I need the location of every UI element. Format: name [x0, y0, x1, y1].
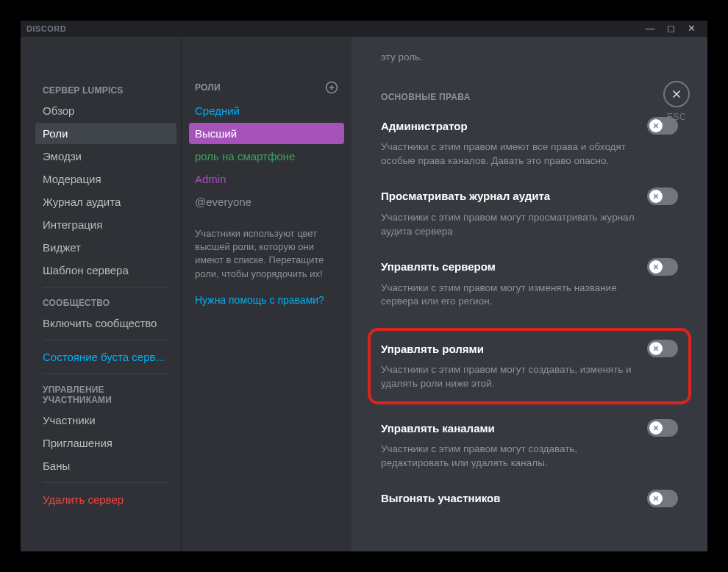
settings-sidebar: СЕРВЕР LUMPICS Обзор Роли Эмодзи Модерац… — [21, 37, 181, 551]
divider — [43, 373, 169, 374]
perm-section-title: ОСНОВНЫЕ ПРАВА — [381, 92, 678, 102]
role-item[interactable]: Средний — [189, 100, 344, 121]
add-role-button[interactable] — [325, 81, 338, 94]
permission-description: Участники с этим правом могут просматрив… — [381, 211, 646, 239]
brand: DISCORD — [26, 24, 66, 33]
nav-members[interactable]: Участники — [35, 410, 176, 431]
x-icon — [649, 342, 663, 355]
close-area: ESC — [663, 81, 690, 122]
content: СЕРВЕР LUMPICS Обзор Роли Эмодзи Модерац… — [21, 37, 707, 551]
permission-toggle[interactable] — [647, 187, 678, 205]
x-icon — [649, 492, 663, 505]
roles-column: РОЛИ СреднийВысшийроль на смартфонеAdmin… — [181, 37, 351, 551]
permission-toggle[interactable] — [647, 258, 678, 276]
members-section-header: УПРАВЛЕНИЕ УЧАСТНИКАМИ — [35, 380, 176, 410]
permission-description: Участники с этим правом имеют все права … — [381, 140, 646, 168]
nav-boost-status[interactable]: Состояние буста серв... — [35, 346, 176, 368]
permission-description: Участники с этим правом могут создавать,… — [381, 363, 646, 391]
community-section-header: СООБЩЕСТВО — [35, 293, 176, 312]
nav-overview[interactable]: Обзор — [35, 100, 176, 121]
titlebar: DISCORD — ◻ ✕ — [21, 21, 707, 37]
divider — [43, 287, 169, 287]
permission-row: Управлять каналамиУчастники с этим право… — [381, 419, 678, 471]
permission-toggle[interactable] — [647, 419, 678, 437]
divider — [43, 340, 169, 340]
permission-toggle[interactable] — [647, 117, 678, 135]
nav-enable-community[interactable]: Включить сообщество — [35, 312, 176, 334]
permission-row: Просматривать журнал аудитаУчастники с э… — [381, 187, 678, 239]
permission-description: Участники с этим правом могут изменять н… — [381, 282, 646, 310]
permission-row: Управлять серверомУчастники с этим право… — [381, 258, 678, 310]
roles-header: РОЛИ — [195, 82, 221, 93]
role-item[interactable]: Высший — [189, 123, 344, 144]
server-section-header: СЕРВЕР LUMPICS — [35, 81, 176, 100]
minimize-button[interactable]: — — [640, 21, 660, 37]
nav-roles[interactable]: Роли — [35, 123, 176, 144]
role-item[interactable]: Admin — [189, 168, 344, 190]
plus-icon — [325, 81, 338, 94]
permission-title: Управлять ролями — [381, 343, 484, 355]
permission-title: Управлять каналами — [381, 422, 495, 435]
x-icon — [649, 119, 663, 132]
permission-title: Просматривать журнал аудита — [381, 190, 550, 202]
close-icon — [671, 88, 682, 100]
permission-toggle[interactable] — [647, 490, 678, 507]
nav-widget[interactable]: Виджет — [35, 237, 176, 258]
nav-moderation[interactable]: Модерация — [35, 168, 176, 190]
nav-bans[interactable]: Баны — [35, 455, 176, 476]
permission-title: Выгонять участников — [381, 492, 500, 504]
x-icon — [649, 421, 663, 435]
maximize-button[interactable]: ◻ — [660, 21, 681, 37]
nav-emoji[interactable]: Эмодзи — [35, 146, 176, 167]
nav-server-template[interactable]: Шаблон сервера — [35, 260, 176, 281]
role-item[interactable]: @everyone — [189, 191, 344, 212]
nav-audit-log[interactable]: Журнал аудита — [35, 191, 176, 212]
close-settings-button[interactable] — [663, 81, 690, 107]
top-description-fragment: эту роль. — [381, 51, 678, 62]
nav-invites[interactable]: Приглашения — [35, 432, 176, 454]
x-icon — [649, 260, 663, 274]
x-icon — [649, 190, 663, 203]
close-window-button[interactable]: ✕ — [681, 21, 702, 37]
nav-integrations[interactable]: Интеграция — [35, 214, 176, 235]
roles-help-link[interactable]: Нужна помощь с правами? — [189, 281, 344, 306]
app-window: DISCORD — ◻ ✕ СЕРВЕР LUMPICS Обзор Роли … — [21, 21, 707, 551]
permission-toggle[interactable] — [647, 340, 678, 357]
main-panel: ESC эту роль. ОСНОВНЫЕ ПРАВА Администрат… — [351, 37, 707, 551]
role-item[interactable]: роль на смартфоне — [189, 146, 344, 167]
permission-title: Администратор — [381, 120, 468, 132]
permission-row: Выгонять участников — [381, 490, 678, 507]
roles-hint: Участники используют цвет высшей роли, к… — [189, 214, 344, 281]
permission-title: Управлять сервером — [381, 260, 496, 273]
permission-row-highlighted: Управлять ролямиУчастники с этим правом … — [368, 328, 691, 404]
nav-delete-server[interactable]: Удалить сервер — [35, 489, 176, 510]
permission-description: Участники с этим правом могут создавать,… — [381, 443, 646, 471]
permission-row: АдминистраторУчастники с этим правом име… — [381, 117, 678, 168]
divider — [43, 482, 169, 483]
